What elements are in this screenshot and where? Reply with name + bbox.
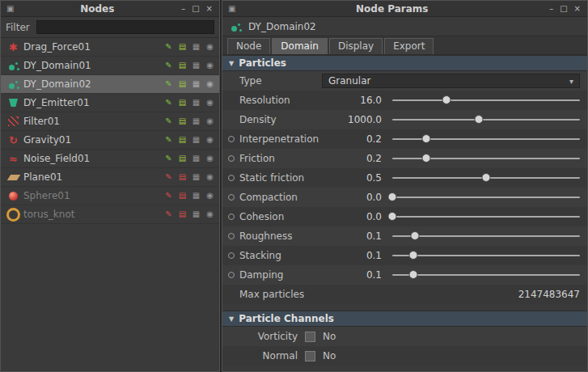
save-toggle-icon[interactable]: ▤ [177, 117, 188, 125]
param-slider[interactable] [392, 255, 580, 256]
node-row-sphere01[interactable]: Sphere01 ✎ ▤ ▦ ◉ [1, 187, 219, 205]
param-slider[interactable] [392, 119, 580, 120]
filter-input[interactable] [36, 20, 214, 34]
display-toggle-icon[interactable]: ◉ [205, 210, 215, 218]
particles-section-header[interactable]: ▼ Particles [222, 55, 587, 71]
param-value[interactable]: 0.2 [322, 153, 383, 164]
vorticity-checkbox[interactable] [305, 332, 315, 342]
param-value[interactable]: 0.1 [322, 250, 383, 261]
slider-knob[interactable] [474, 115, 483, 124]
save-toggle-icon[interactable]: ▤ [177, 173, 188, 181]
render-toggle-icon[interactable]: ▦ [191, 192, 201, 200]
render-toggle-icon[interactable]: ▦ [191, 43, 201, 51]
param-value[interactable]: 0.1 [322, 269, 383, 281]
node-row-noise-field01[interactable]: ≈ Noise_Field01 ✎ ▤ ▦ ◉ [1, 150, 219, 168]
display-toggle-icon[interactable]: ◉ [205, 154, 215, 163]
display-toggle-icon[interactable]: ◉ [205, 43, 215, 51]
param-slider[interactable] [392, 99, 580, 101]
edit-toggle-icon[interactable]: ✎ [163, 99, 174, 107]
tab-display[interactable]: Display [329, 38, 383, 54]
param-value[interactable]: 1000.0 [322, 114, 383, 125]
render-toggle-icon[interactable]: ▦ [191, 173, 201, 181]
slider-knob[interactable] [410, 231, 419, 240]
param-value[interactable]: 0.0 [322, 211, 383, 222]
slider-knob[interactable] [421, 154, 430, 163]
save-toggle-icon[interactable]: ▤ [177, 136, 188, 144]
edit-toggle-icon[interactable]: ✎ [163, 210, 174, 218]
keyframe-toggle[interactable] [228, 155, 235, 162]
display-toggle-icon[interactable]: ◉ [205, 61, 215, 70]
display-toggle-icon[interactable]: ◉ [205, 173, 215, 181]
edit-toggle-icon[interactable]: ✎ [163, 192, 174, 200]
param-value[interactable]: 0.1 [322, 230, 383, 242]
render-toggle-icon[interactable]: ▦ [191, 154, 201, 163]
node-row-drag-force01[interactable]: ✱ Drag_Force01 ✎ ▤ ▦ ◉ [1, 38, 219, 57]
node-row-dy-emitter01[interactable]: DY_Emitter01 ✎ ▤ ▦ ◉ [1, 94, 219, 112]
close-button[interactable]: × [574, 4, 581, 13]
slider-knob[interactable] [388, 192, 397, 201]
slider-knob[interactable] [482, 173, 491, 182]
save-toggle-icon[interactable]: ▤ [177, 61, 188, 70]
slider-knob[interactable] [408, 270, 417, 279]
param-slider[interactable] [392, 235, 580, 237]
render-toggle-icon[interactable]: ▦ [191, 80, 201, 88]
display-toggle-icon[interactable]: ◉ [205, 192, 215, 200]
edit-toggle-icon[interactable]: ✎ [163, 117, 174, 125]
tab-node[interactable]: Node [227, 38, 270, 54]
slider-knob[interactable] [421, 134, 430, 143]
keyframe-toggle[interactable] [228, 136, 235, 142]
keyframe-toggle[interactable] [228, 213, 235, 220]
node-row-filter01[interactable]: Filter01 ✎ ▤ ▦ ◉ [1, 112, 219, 131]
particle-channels-section-header[interactable]: ▼ Particle Channels [222, 311, 587, 327]
edit-toggle-icon[interactable]: ✎ [163, 136, 174, 144]
render-toggle-icon[interactable]: ▦ [191, 210, 201, 218]
keyframe-toggle[interactable] [228, 194, 235, 201]
nodes-titlebar[interactable]: ▣ Nodes – □ × [1, 1, 219, 17]
display-toggle-icon[interactable]: ◉ [205, 80, 215, 88]
display-toggle-icon[interactable]: ◉ [205, 136, 215, 144]
param-value[interactable]: 16.0 [322, 95, 383, 106]
node-row-dy-domain02[interactable]: DY_Domain02 ✎ ▤ ▦ ◉ [1, 75, 219, 94]
minimize-button[interactable]: – [181, 4, 185, 13]
render-toggle-icon[interactable]: ▦ [191, 136, 201, 144]
edit-toggle-icon[interactable]: ✎ [163, 173, 174, 181]
node-params-titlebar[interactable]: ▣ Node Params – □ × [222, 1, 587, 17]
edit-toggle-icon[interactable]: ✎ [163, 61, 174, 70]
tab-domain[interactable]: Domain [272, 38, 328, 54]
param-value[interactable]: 0.2 [322, 133, 383, 145]
save-toggle-icon[interactable]: ▤ [177, 80, 188, 88]
close-button[interactable]: × [206, 4, 213, 13]
keyframe-toggle[interactable] [228, 252, 235, 259]
type-dropdown[interactable]: Granular ▾ [322, 74, 580, 88]
save-toggle-icon[interactable]: ▤ [177, 192, 188, 200]
keyframe-toggle[interactable] [228, 272, 235, 278]
param-slider[interactable] [392, 177, 580, 179]
normal-checkbox[interactable] [305, 351, 315, 361]
slider-knob[interactable] [388, 212, 397, 221]
param-slider[interactable] [392, 138, 580, 140]
save-toggle-icon[interactable]: ▤ [177, 210, 188, 218]
save-toggle-icon[interactable]: ▤ [177, 43, 188, 51]
param-value[interactable]: 0.0 [322, 192, 383, 203]
slider-knob[interactable] [442, 95, 451, 104]
save-toggle-icon[interactable]: ▤ [177, 99, 188, 107]
render-toggle-icon[interactable]: ▦ [191, 61, 201, 70]
param-value[interactable]: 2147483647 [322, 289, 580, 300]
edit-toggle-icon[interactable]: ✎ [163, 80, 174, 88]
node-row-plane01[interactable]: Plane01 ✎ ▤ ▦ ◉ [1, 168, 219, 187]
display-toggle-icon[interactable]: ◉ [205, 117, 215, 125]
render-toggle-icon[interactable]: ▦ [191, 99, 201, 107]
edit-toggle-icon[interactable]: ✎ [163, 43, 174, 51]
node-row-dy-domain01[interactable]: DY_Domain01 ✎ ▤ ▦ ◉ [1, 57, 219, 75]
keyframe-toggle[interactable] [228, 233, 235, 239]
node-row-gravity01[interactable]: ↻ Gravity01 ✎ ▤ ▦ ◉ [1, 131, 219, 150]
param-slider[interactable] [392, 197, 580, 198]
minimize-button[interactable]: – [549, 4, 553, 13]
param-slider[interactable] [392, 216, 580, 218]
save-toggle-icon[interactable]: ▤ [177, 154, 188, 163]
param-value[interactable]: 0.5 [322, 172, 383, 184]
maximize-button[interactable]: □ [192, 4, 199, 13]
tab-export[interactable]: Export [384, 38, 434, 54]
maximize-button[interactable]: □ [560, 4, 567, 13]
param-slider[interactable] [392, 158, 580, 159]
